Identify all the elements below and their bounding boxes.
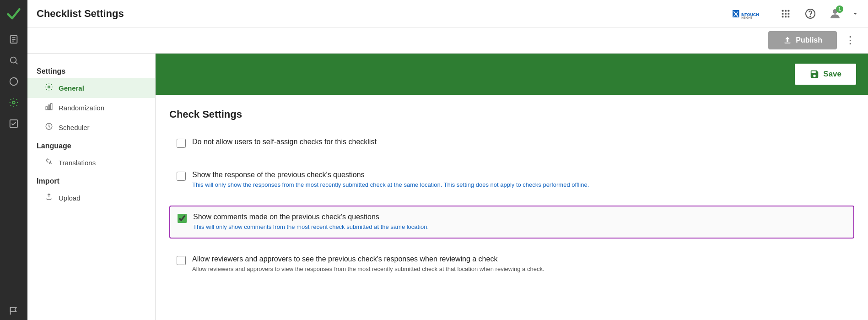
check-settings-title: Check Settings <box>169 108 854 120</box>
main-content: Save Check Settings Do not allow users t… <box>156 54 868 320</box>
publish-upload-icon <box>783 36 792 45</box>
publish-button[interactable]: Publish <box>768 31 837 49</box>
check-settings-section: Check Settings Do not allow users to sel… <box>156 95 868 304</box>
app-logo <box>5 5 23 23</box>
more-options-button[interactable]: ⋮ <box>841 33 859 48</box>
check-item-label-show-previous-comments: Show comments made on the previous check… <box>193 213 429 221</box>
upload-icon <box>44 193 54 203</box>
check-item-text-no-self-assign: Do not allow users to self-assign checks… <box>192 138 377 148</box>
top-header: Checklist Settings INTOUCH INSIGHT <box>27 0 868 27</box>
check-item-label-allow-reviewers: Allow reviewers and approvers to see the… <box>192 255 545 263</box>
nav-icon-search[interactable] <box>5 51 23 70</box>
checkbox-allow-reviewers[interactable] <box>177 256 186 265</box>
svg-rect-23 <box>788 16 790 17</box>
svg-rect-15 <box>782 10 784 11</box>
check-item-allow-reviewers: Allow reviewers and approvers to see the… <box>169 249 854 280</box>
check-item-show-previous-response: Show the response of the previous check'… <box>169 164 854 195</box>
svg-rect-22 <box>785 16 787 17</box>
svg-rect-17 <box>788 10 790 11</box>
nav-icon-document[interactable] <box>5 30 23 49</box>
check-item-text-show-previous-response: Show the response of the previous check'… <box>192 171 589 189</box>
settings-section-label: Settings <box>27 63 155 78</box>
publish-bar: Publish ⋮ <box>27 27 868 54</box>
svg-rect-21 <box>782 16 784 17</box>
checkbox-no-self-assign[interactable] <box>177 139 186 148</box>
nav-icon-settings[interactable] <box>5 93 23 112</box>
page-title: Checklist Settings <box>37 8 733 20</box>
content-area: Settings General Randomization <box>27 54 868 320</box>
check-item-label-no-self-assign: Do not allow users to self-assign checks… <box>192 138 377 146</box>
svg-point-25 <box>810 16 811 17</box>
sidebar-item-upload[interactable]: Upload <box>27 188 155 208</box>
sidebar-item-scheduler[interactable]: Scheduler <box>27 118 155 137</box>
grid-icon[interactable] <box>777 5 794 22</box>
sidebar-item-translations[interactable]: Translations <box>27 153 155 173</box>
sidebar-general-label: General <box>59 84 84 92</box>
intouch-logo: INTOUCH INSIGHT <box>733 8 769 19</box>
svg-line-5 <box>16 62 17 64</box>
sidebar-scheduler-label: Scheduler <box>59 124 90 131</box>
language-section-label: Language <box>27 137 155 153</box>
sidebar-item-randomization[interactable]: Randomization <box>27 98 155 118</box>
check-item-text-allow-reviewers: Allow reviewers and approvers to see the… <box>192 255 545 273</box>
save-icon <box>809 69 819 79</box>
randomization-icon <box>44 103 54 113</box>
checkbox-show-previous-response[interactable] <box>177 172 186 181</box>
nav-icon-checklist[interactable] <box>5 114 23 133</box>
svg-point-4 <box>11 57 16 63</box>
import-section-label: Import <box>27 173 155 188</box>
check-item-label-show-previous-response: Show the response of the previous check'… <box>192 171 589 179</box>
nav-icon-analytics[interactable] <box>5 72 23 91</box>
svg-rect-30 <box>49 105 50 110</box>
scheduler-icon <box>44 122 54 133</box>
svg-rect-18 <box>782 13 784 15</box>
main-area: Checklist Settings INTOUCH INSIGHT <box>27 0 868 320</box>
nav-icon-flag[interactable] <box>5 302 23 320</box>
icon-sidebar <box>0 0 27 320</box>
check-item-no-self-assign: Do not allow users to self-assign checks… <box>169 131 854 154</box>
sidebar-translations-label: Translations <box>59 159 96 167</box>
green-banner: Save <box>156 54 868 95</box>
check-item-desc-show-previous-comments: This will only show comments from the mo… <box>193 223 429 231</box>
svg-point-28 <box>48 86 50 88</box>
user-avatar[interactable]: 1 <box>827 5 843 22</box>
help-icon[interactable] <box>802 5 819 22</box>
svg-rect-27 <box>785 43 791 43</box>
save-button[interactable]: Save <box>794 63 857 86</box>
check-item-desc-allow-reviewers: Allow reviewers and approvers to view th… <box>192 265 545 273</box>
svg-rect-31 <box>51 103 52 110</box>
check-item-text-show-previous-comments: Show comments made on the previous check… <box>193 213 429 231</box>
svg-rect-19 <box>785 13 787 15</box>
translations-icon <box>44 157 54 168</box>
settings-sidebar: Settings General Randomization <box>27 54 156 320</box>
check-item-desc-show-previous-response: This will only show the responses from t… <box>192 181 589 189</box>
svg-rect-16 <box>785 10 787 11</box>
svg-text:INSIGHT: INSIGHT <box>741 16 753 19</box>
user-dropdown-arrow[interactable] <box>852 10 859 17</box>
checkbox-show-previous-comments[interactable] <box>178 214 187 223</box>
svg-rect-29 <box>46 107 47 110</box>
general-icon <box>44 83 54 93</box>
sidebar-item-general[interactable]: General <box>27 78 155 98</box>
header-actions: INTOUCH INSIGHT <box>733 5 859 22</box>
svg-point-7 <box>12 101 15 104</box>
sidebar-randomization-label: Randomization <box>59 104 104 112</box>
sidebar-upload-label: Upload <box>59 194 81 202</box>
svg-rect-20 <box>788 13 790 15</box>
check-item-show-previous-comments: Show comments made on the previous check… <box>169 206 854 239</box>
